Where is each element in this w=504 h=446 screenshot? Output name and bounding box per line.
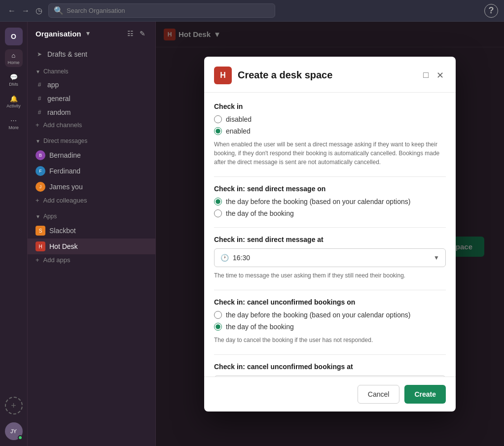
cancel-on-label: Check in: cancel unconfirmed bookings on bbox=[214, 298, 446, 306]
send-message-at-label: Check in: send direct message at bbox=[214, 236, 446, 243]
hash-icon: # bbox=[36, 81, 43, 88]
cancel-at-label: Check in: cancel unconfirmed bookings at bbox=[214, 363, 446, 371]
modal-overlay: H Create a desk space □ ✕ Check in bbox=[156, 22, 504, 446]
dms-section: ▼ Direct messages B Bernadine F Ferdinan… bbox=[28, 133, 155, 208]
rail-activity[interactable]: 🔔 Activity bbox=[5, 93, 23, 110]
checkin-disabled-label: disabled bbox=[226, 115, 252, 123]
plus-icon: + bbox=[36, 121, 39, 129]
cancel-on-radio-group: the day before the booking (based on you… bbox=[214, 311, 446, 331]
back-button[interactable]: ← bbox=[6, 4, 18, 17]
add-channels-button[interactable]: + Add channels bbox=[28, 119, 155, 131]
activity-icon: 🔔 bbox=[10, 95, 18, 103]
dms-label: DMs bbox=[9, 82, 18, 87]
checkin-enabled-option[interactable]: enabled bbox=[214, 127, 446, 135]
sidebar: Organisation ▼ ☷ ✎ ➤ Drafts & sent ▼ Cha… bbox=[28, 22, 156, 446]
search-bar: 🔍 bbox=[48, 3, 275, 18]
cancel-day-before-radio[interactable] bbox=[214, 311, 222, 319]
checkin-enabled-radio[interactable] bbox=[214, 127, 222, 135]
cancel-day-of-radio[interactable] bbox=[214, 323, 222, 331]
apps-section-label: Apps bbox=[43, 213, 57, 220]
compose-button[interactable]: ✎ bbox=[138, 28, 147, 39]
add-apps-label: Add apps bbox=[43, 256, 71, 264]
channels-header[interactable]: ▼ Channels bbox=[28, 65, 155, 78]
history-button[interactable]: ◷ bbox=[34, 4, 44, 17]
checkin-label: Check in bbox=[214, 103, 446, 110]
dms-section-header[interactable]: ▼ Direct messages bbox=[28, 135, 155, 147]
modal-title: Create a desk space bbox=[238, 69, 415, 81]
cancel-on-helper-text: The day to cancel the booking if the use… bbox=[214, 336, 446, 344]
online-status-indicator bbox=[18, 435, 23, 440]
sidebar-header: Organisation ▼ ☷ ✎ bbox=[28, 22, 155, 45]
james-avatar: J bbox=[36, 182, 45, 192]
channel-app-label: app bbox=[47, 81, 59, 89]
checkin-disabled-option[interactable]: disabled bbox=[214, 115, 446, 123]
send-time-helper-text: The time to message the user asking them… bbox=[214, 271, 446, 280]
more-label: More bbox=[8, 125, 19, 130]
channels-chevron-icon: ▼ bbox=[36, 69, 40, 74]
drafts-sent-label: Drafts & sent bbox=[47, 50, 87, 58]
main-content: H Hot Desk ▼ r park, or anywhere with a … bbox=[156, 22, 504, 446]
send-day-of-option[interactable]: the day of the booking bbox=[214, 209, 446, 217]
drafts-sent-item[interactable]: ➤ Drafts & sent bbox=[28, 47, 155, 61]
topbar-right: ? bbox=[484, 4, 498, 18]
cancel-day-of-option[interactable]: the day of the booking bbox=[214, 323, 446, 331]
user-avatar[interactable]: JY bbox=[5, 422, 23, 440]
add-colleagues-button[interactable]: + Add colleagues bbox=[28, 195, 155, 206]
ferdinand-label: Ferdinand bbox=[49, 167, 80, 175]
drafts-section: ➤ Drafts & sent bbox=[28, 45, 155, 63]
filter-button[interactable]: ☷ bbox=[125, 28, 136, 39]
checkin-section: Check in disabled enabled When enabl bbox=[214, 103, 446, 167]
modal-logo: H bbox=[214, 67, 232, 84]
create-button[interactable]: Create bbox=[404, 385, 446, 404]
send-day-before-radio[interactable] bbox=[214, 198, 222, 206]
add-colleagues-label: Add colleagues bbox=[43, 197, 87, 204]
send-day-before-option[interactable]: the day before the booking (based on you… bbox=[214, 198, 446, 206]
modal-expand-button[interactable]: □ bbox=[421, 68, 431, 83]
app-hotdesk[interactable]: H Hot Desk bbox=[28, 239, 155, 254]
org-name: Organisation bbox=[36, 30, 81, 38]
more-icon: ⋯ bbox=[10, 117, 17, 124]
dm-james[interactable]: J James you bbox=[28, 179, 155, 195]
bernadine-avatar: B bbox=[36, 150, 45, 160]
cancel-button[interactable]: Cancel bbox=[358, 385, 400, 404]
forward-button[interactable]: → bbox=[20, 4, 32, 17]
hotdesk-icon: H bbox=[36, 241, 45, 251]
channels-section-label: Channels bbox=[43, 68, 69, 75]
send-day-before-label: the day before the booking (based on you… bbox=[226, 198, 410, 206]
rail-home[interactable]: ⌂ Home bbox=[5, 49, 23, 67]
checkin-disabled-radio[interactable] bbox=[214, 115, 222, 123]
rail-more[interactable]: ⋯ More bbox=[5, 114, 23, 132]
dm-bernadine[interactable]: B Bernadine bbox=[28, 147, 155, 163]
dm-ferdinand[interactable]: F Ferdinand bbox=[28, 163, 155, 179]
plus-icon: + bbox=[36, 197, 39, 204]
send-message-on-section: Check in: send direct message on the day… bbox=[214, 185, 446, 217]
org-icon[interactable]: O bbox=[5, 28, 23, 45]
avatar-initials: JY bbox=[10, 428, 17, 434]
divider-3 bbox=[214, 290, 446, 290]
apps-section-header[interactable]: ▼ Apps bbox=[28, 210, 155, 223]
send-day-of-radio[interactable] bbox=[214, 209, 222, 217]
activity-label: Activity bbox=[6, 103, 21, 108]
channel-general[interactable]: # general bbox=[28, 92, 155, 105]
cancel-day-before-label: the day before the booking (based on you… bbox=[226, 311, 410, 319]
dms-icon: 💬 bbox=[10, 73, 18, 81]
apps-chevron-icon: ▼ bbox=[36, 214, 40, 219]
james-label: James you bbox=[49, 183, 83, 191]
modal-close-button[interactable]: ✕ bbox=[434, 68, 446, 83]
app-slackbot[interactable]: S Slackbot bbox=[28, 223, 155, 239]
channel-general-label: general bbox=[47, 95, 71, 103]
add-workspace-button[interactable]: + bbox=[5, 397, 23, 414]
channel-app[interactable]: # app bbox=[28, 78, 155, 92]
search-input[interactable] bbox=[67, 4, 270, 17]
help-button[interactable]: ? bbox=[484, 4, 498, 18]
hash-icon: # bbox=[36, 95, 43, 102]
add-apps-button[interactable]: + Add apps bbox=[28, 254, 155, 266]
bernadine-label: Bernadine bbox=[49, 151, 81, 159]
channel-random[interactable]: # random bbox=[28, 105, 155, 119]
divider-4 bbox=[214, 354, 446, 355]
cancel-day-before-option[interactable]: the day before the booking (based on you… bbox=[214, 311, 446, 319]
ferdinand-avatar: F bbox=[36, 166, 45, 176]
home-icon: ⌂ bbox=[12, 52, 16, 59]
rail-dms[interactable]: 💬 DMs bbox=[5, 71, 23, 89]
cancel-day-of-label: the day of the booking bbox=[226, 323, 294, 331]
